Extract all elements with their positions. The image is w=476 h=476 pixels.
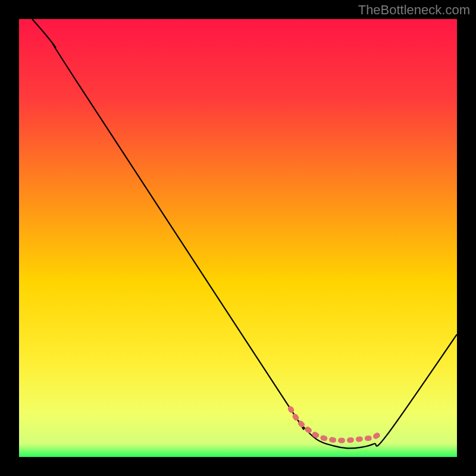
watermark-text: TheBottleneck.com: [358, 2, 470, 18]
chart-container: [19, 19, 457, 457]
gradient-background: [19, 19, 457, 457]
bottleneck-chart: [19, 19, 457, 457]
